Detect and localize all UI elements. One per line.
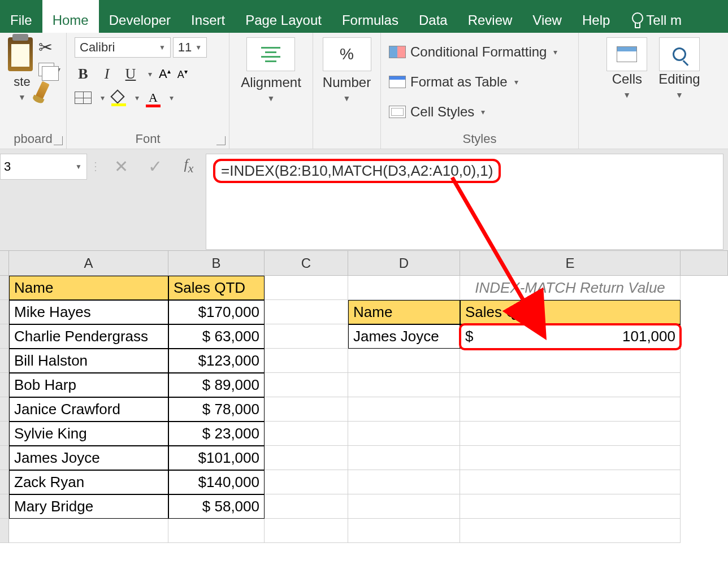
ribbon-tabs: File Home Developer Insert Page Layout F… [0,0,728,33]
col-header-b[interactable]: B [168,251,265,275]
col-header-c[interactable]: C [265,251,348,275]
font-color-dropdown[interactable]: ▾ [170,93,174,102]
font-color-button[interactable]: A [146,90,161,105]
number-dropdown[interactable]: ▼ [343,94,351,103]
underline-button[interactable]: U [122,66,139,82]
font-name-combo[interactable]: Calibri▼ [75,37,171,58]
tell-me-search[interactable]: Tell m [620,0,692,33]
tab-developer[interactable]: Developer [99,0,181,33]
paste-dropdown[interactable]: ▼ [18,93,26,102]
editing-button[interactable] [659,37,700,71]
group-styles: Conditional Formatting▾ Format as Table▾… [381,33,579,149]
cells-dropdown[interactable]: ▼ [623,90,631,99]
worksheet-grid[interactable]: A B C D E Name Sales QTD INDEX-MATCH Ret… [0,251,728,543]
paste-icon[interactable] [8,37,33,71]
col-header-e[interactable]: E [460,251,681,275]
cell-a5[interactable]: Bob Harp [9,373,168,397]
cells-icon [617,46,637,62]
bold-button[interactable]: B [75,66,92,82]
tab-view[interactable]: View [522,0,572,33]
tab-review[interactable]: Review [458,0,523,33]
cell-a2[interactable]: Mike Hayes [9,300,168,324]
paste-label[interactable]: ste [14,75,30,89]
cell-e3[interactable]: $ 101,000 [460,324,681,349]
col-header-f[interactable] [681,251,728,275]
enter-formula-button[interactable]: ✓ [138,149,172,183]
group-clipboard: ste ▼ ✂ ▾ pboard [0,33,67,149]
cell-a7[interactable]: Sylvie King [9,422,168,446]
cell-d3[interactable]: James Joyce [348,324,460,349]
copy-icon[interactable] [38,63,54,76]
formula-text: =INDEX(B2:B10,MATCH(D3,A2:A10,0),1) [213,159,501,183]
alignment-button[interactable] [246,37,295,71]
font-dialog-launcher[interactable] [216,136,226,145]
formula-bar[interactable]: =INDEX(B2:B10,MATCH(D3,A2:A10,0),1) [206,154,723,250]
name-box[interactable]: 3▼ [0,154,87,180]
col-header-d[interactable]: D [348,251,460,275]
cell-b4[interactable]: $123,000 [168,349,265,373]
fill-color-button[interactable] [111,92,126,104]
group-font: Calibri▼ 11▼ B I U ▾ A▴ A▾ ▾ ▾ A▾ Font [67,33,229,149]
cell-b2[interactable]: $170,000 [168,300,265,324]
cell-styles-button[interactable]: Cell Styles▾ [389,99,557,124]
italic-button[interactable]: I [98,66,115,82]
col-header-a[interactable]: A [9,251,168,275]
cell-a4[interactable]: Bill Halston [9,349,168,373]
borders-dropdown[interactable]: ▾ [101,93,105,102]
borders-button[interactable] [75,92,92,104]
cell-a9[interactable]: Zack Ryan [9,470,168,494]
cell-b9[interactable]: $140,000 [168,470,265,494]
find-icon [673,47,686,61]
tab-home[interactable]: Home [42,0,99,33]
cell-c2[interactable] [265,300,348,324]
cell-e3-currency: $ [465,328,473,345]
underline-dropdown[interactable]: ▾ [148,70,152,79]
number-format-button[interactable]: % [323,37,371,71]
conditional-formatting-icon [389,46,406,58]
cell-c3[interactable] [265,324,348,349]
cell-e2[interactable]: Sales QTD [460,300,681,324]
cell-a3[interactable]: Charlie Pendergrass [9,324,168,349]
tab-data[interactable]: Data [409,0,458,33]
editing-dropdown[interactable]: ▼ [675,90,683,99]
tab-help[interactable]: Help [572,0,620,33]
cut-icon[interactable]: ✂ [38,37,60,57]
shrink-font-button[interactable]: A▾ [177,68,188,81]
cell-b7[interactable]: $ 23,000 [168,422,265,446]
cell-b1[interactable]: Sales QTD [168,276,265,300]
cell-b5[interactable]: $ 89,000 [168,373,265,397]
cell-b10[interactable]: $ 58,000 [168,494,265,519]
fx-button[interactable]: fx [172,149,206,183]
cell-a8[interactable]: James Joyce [9,446,168,470]
formula-bar-area: 3▼ ⋮ ✕ ✓ fx =INDEX(B2:B10,MATCH(D3,A2:A1… [0,149,728,251]
format-as-table-button[interactable]: Format as Table▾ [389,70,557,94]
cell-b8[interactable]: $101,000 [168,446,265,470]
tab-insert[interactable]: Insert [181,0,235,33]
cell-e1[interactable]: INDEX-MATCH Return Value [460,276,681,300]
tab-page-layout[interactable]: Page Layout [235,0,332,33]
cancel-formula-button[interactable]: ✕ [104,149,138,183]
font-size-combo[interactable]: 11▼ [173,37,207,58]
cell-b6[interactable]: $ 78,000 [168,397,265,422]
group-cells-editing: Cells ▼ Editing ▼ [579,33,728,149]
clipboard-dialog-launcher[interactable] [54,136,63,145]
editing-label: Editing [658,71,700,87]
cell-c1[interactable] [265,276,348,300]
clipboard-group-label: pboard [8,131,58,146]
conditional-formatting-button[interactable]: Conditional Formatting▾ [389,40,557,64]
alignment-dropdown[interactable]: ▼ [267,94,275,103]
format-painter-icon[interactable] [35,81,49,99]
cell-a10[interactable]: Mary Bridge [9,494,168,519]
cells-button[interactable] [606,37,647,71]
cell-b3[interactable]: $ 63,000 [168,324,265,349]
fill-color-dropdown[interactable]: ▾ [135,93,139,102]
cell-a1[interactable]: Name [9,276,168,300]
tab-formulas[interactable]: Formulas [332,0,409,33]
grow-font-button[interactable]: A▴ [159,67,171,81]
select-all-corner[interactable] [0,251,9,275]
cell-d1[interactable] [348,276,460,300]
cell-a6[interactable]: Janice Crawford [9,397,168,422]
cell-d2[interactable]: Name [348,300,460,324]
ribbon: ste ▼ ✂ ▾ pboard Calibri▼ 11▼ B I [0,33,728,149]
tab-file[interactable]: File [0,0,42,33]
